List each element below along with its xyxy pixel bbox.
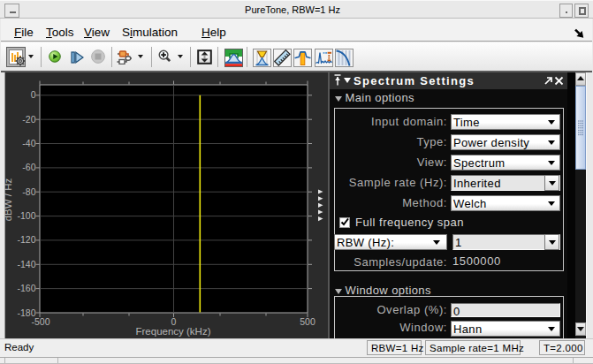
svg-text:dBW / Hz: dBW / Hz [4, 178, 13, 221]
svg-text:-120: -120 [17, 234, 35, 245]
svg-text:-500: -500 [31, 316, 49, 327]
svg-text:-20: -20 [22, 114, 35, 125]
svg-text:0: 0 [31, 89, 36, 100]
svg-text:-140: -140 [17, 259, 35, 269]
svg-text:-80: -80 [22, 186, 35, 197]
svg-text:-160: -160 [17, 283, 35, 293]
svg-text:-40: -40 [22, 138, 35, 148]
svg-text:0: 0 [171, 316, 177, 327]
svg-text:Frequency (kHz): Frequency (kHz) [136, 326, 211, 337]
svg-text:-100: -100 [17, 210, 35, 221]
svg-text:-60: -60 [22, 162, 35, 172]
svg-text:500: 500 [300, 316, 316, 327]
